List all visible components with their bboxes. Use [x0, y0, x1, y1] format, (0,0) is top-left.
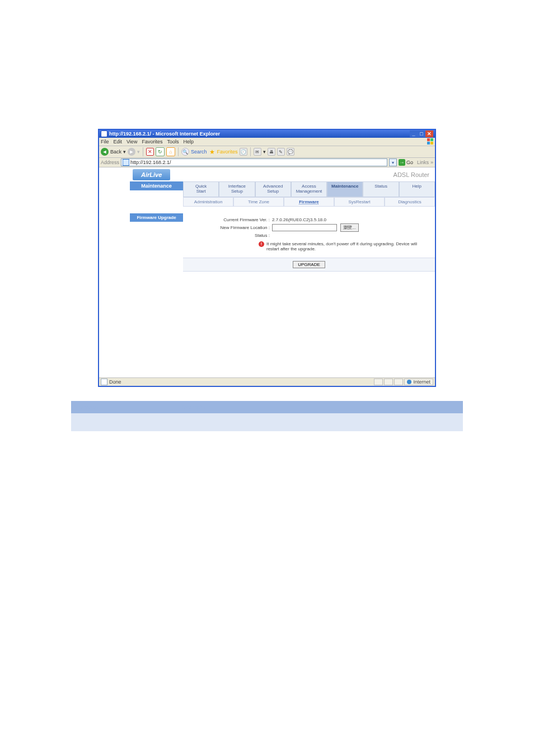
browse-button[interactable]: 瀏覽...: [340, 223, 359, 232]
menu-help[interactable]: Help: [183, 139, 194, 144]
cell-description: [179, 413, 463, 431]
section-maintenance: Maintenance: [130, 181, 183, 190]
windows-flag-icon: [427, 138, 434, 145]
go-icon: →: [399, 159, 405, 166]
tab-label: Status: [374, 184, 387, 189]
page-icon: [123, 159, 129, 166]
favorites-icon[interactable]: ★: [209, 148, 216, 155]
airlive-logo: AirLive: [133, 169, 170, 180]
back-dropdown[interactable]: ▾: [123, 149, 126, 155]
stop-button[interactable]: ✕: [146, 148, 154, 156]
status-label: Status :: [186, 233, 272, 238]
mail-dropdown[interactable]: ▾: [263, 149, 266, 155]
subtab-sysrestart[interactable]: SysRestart: [334, 197, 385, 207]
back-button[interactable]: ◄: [101, 148, 109, 156]
back-label: Back: [110, 149, 121, 155]
status-zone: Internet: [404, 379, 433, 385]
home-button[interactable]: ⌂: [166, 147, 175, 156]
current-version-value: 2.7.0.26(RUE0.C2)3.5.18.0: [272, 217, 429, 222]
menu-file[interactable]: File: [101, 139, 109, 144]
cell-parameter: [71, 413, 179, 431]
table-header-row: Parameter Description: [71, 401, 463, 413]
firmware-upgrade-heading: Firmware Upgrade: [130, 213, 183, 222]
router-header: AirLive ADSL Router: [130, 167, 435, 181]
row-status: Status :: [186, 233, 429, 238]
firmware-form: Current Firmware Ver. : 2.7.0.26(RUE0.C2…: [183, 207, 435, 254]
mail-icon[interactable]: ✉: [254, 148, 261, 156]
header-parameter: Parameter: [71, 401, 179, 413]
warning-text: It might take several minutes, don't pow…: [266, 241, 423, 251]
status-page-icon: [101, 379, 107, 385]
tab-access-management[interactable]: Access Management: [291, 181, 327, 197]
ie-window: http://192.168.2.1/ - Microsoft Internet…: [98, 129, 436, 387]
status-bar: Done Internet: [99, 377, 435, 386]
status-pane: [374, 379, 383, 385]
warning-icon: !: [259, 241, 264, 247]
links-label[interactable]: Links: [417, 160, 429, 165]
tab-label: Interface Setup: [228, 184, 246, 194]
subtab-time-zone[interactable]: Time Zone: [233, 197, 284, 207]
print-icon[interactable]: 🖶: [268, 148, 275, 156]
page-content: AirLive ADSL Router Maintenance Quick St…: [99, 167, 435, 377]
upgrade-row: UPGRADE: [183, 258, 435, 272]
forward-dropdown[interactable]: ▾: [137, 149, 140, 155]
tab-maintenance[interactable]: Maintenance: [327, 181, 363, 197]
menu-view[interactable]: View: [127, 139, 137, 144]
discuss-icon[interactable]: 💬: [287, 148, 294, 156]
header-description: Description: [179, 401, 463, 413]
close-button[interactable]: ✕: [425, 130, 433, 137]
parameter-table: Parameter Description: [71, 401, 463, 431]
tab-advanced-setup[interactable]: Advanced Setup: [255, 181, 291, 197]
tab-status[interactable]: Status: [363, 181, 399, 197]
subtab-administration[interactable]: Administration: [183, 197, 233, 207]
toolbar: ◄ Back ▾ ► ▾ ✕ ↻ ⌂ 🔍 Search ★ Favorites …: [99, 146, 435, 158]
new-location-label: New Firmware Location :: [186, 225, 272, 230]
upgrade-button[interactable]: UPGRADE: [293, 261, 325, 268]
tab-interface-setup[interactable]: Interface Setup: [219, 181, 255, 197]
menubar: File Edit View Favorites Tools Help: [99, 138, 435, 146]
address-input[interactable]: http://192.168.2.1/: [121, 158, 387, 166]
current-version-label: Current Firmware Ver. :: [186, 217, 272, 222]
tab-label: Help: [413, 184, 421, 189]
status-pane: [394, 379, 403, 385]
search-label[interactable]: Search: [191, 149, 207, 155]
tab-label: Advanced Setup: [263, 184, 283, 194]
forward-button[interactable]: ►: [128, 148, 135, 156]
ie-icon: [101, 130, 107, 137]
subtab-diagnostics[interactable]: Diagnostics: [385, 197, 435, 207]
status-done: Done: [109, 379, 121, 385]
subtab-firmware[interactable]: Firmware: [284, 197, 334, 207]
status-zone-label: Internet: [413, 379, 430, 385]
menu-tools[interactable]: Tools: [167, 139, 179, 144]
tab-quick-start[interactable]: Quick Start: [183, 181, 219, 197]
primary-tabs: Quick Start Interface Setup Advanced Set…: [183, 181, 435, 197]
maximize-button[interactable]: □: [418, 130, 425, 137]
row-warning: ! It might take several minutes, don't p…: [186, 241, 429, 251]
search-icon[interactable]: 🔍: [181, 148, 189, 156]
refresh-button[interactable]: ↻: [156, 147, 165, 156]
edit-icon[interactable]: ✎: [277, 148, 285, 156]
row-current-version: Current Firmware Ver. : 2.7.0.26(RUE0.C2…: [186, 217, 429, 222]
new-location-input[interactable]: [272, 224, 337, 231]
favorites-label[interactable]: Favorites: [217, 149, 238, 155]
globe-icon: [407, 380, 411, 384]
menu-favorites[interactable]: Favorites: [142, 139, 162, 144]
address-dropdown[interactable]: ▾: [389, 158, 397, 166]
address-label: Address: [101, 160, 119, 165]
address-bar: Address http://192.168.2.1/ ▾ → Go Links…: [99, 158, 435, 167]
minimize-button[interactable]: _: [410, 130, 418, 137]
row-new-location: New Firmware Location : 瀏覽...: [186, 223, 429, 232]
tab-label: Maintenance: [331, 184, 358, 189]
tab-help[interactable]: Help: [399, 181, 435, 197]
window-titlebar: http://192.168.2.1/ - Microsoft Internet…: [99, 130, 435, 138]
address-value: http://192.168.2.1/: [130, 160, 171, 165]
go-label: Go: [406, 160, 413, 165]
sub-tabs: Administration Time Zone Firmware SysRes…: [183, 197, 435, 207]
menu-edit[interactable]: Edit: [114, 139, 123, 144]
table-row: [71, 413, 463, 431]
go-button[interactable]: → Go: [399, 159, 413, 166]
window-title: http://192.168.2.1/ - Microsoft Internet…: [109, 131, 220, 137]
history-icon[interactable]: 🕘: [240, 148, 247, 156]
links-chevron[interactable]: »: [430, 160, 433, 165]
tab-label: Quick Start: [195, 184, 207, 194]
